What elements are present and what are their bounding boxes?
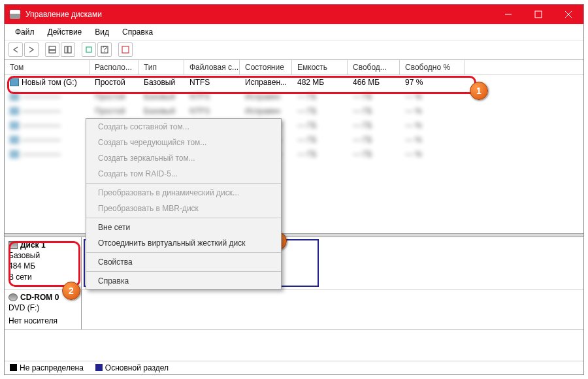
forward-button[interactable] <box>24 42 39 57</box>
ctx-properties[interactable]: Свойства <box>86 254 281 270</box>
toolbar: ? <box>5 41 583 59</box>
menu-file[interactable]: Файл <box>10 25 40 39</box>
cdrom-status: Нет носителя <box>8 316 77 326</box>
swatch-primary <box>95 364 103 371</box>
svg-rect-6 <box>65 46 67 53</box>
volume-type: Базовый <box>139 78 184 87</box>
legend-primary: Основной раздел <box>105 363 169 372</box>
close-button[interactable] <box>553 5 583 24</box>
menu-bar: Файл Действие Вид Справка <box>5 24 583 41</box>
col-layout[interactable]: Располо... <box>90 60 139 74</box>
title-bar: Управление дисками <box>5 5 583 24</box>
volume-capacity: 482 МБ <box>292 78 348 87</box>
col-status[interactable]: Состояние <box>240 60 292 74</box>
col-capacity[interactable]: Емкость <box>292 60 348 74</box>
ctx-offline[interactable]: Вне сети <box>86 220 281 235</box>
ctx-create-striped: Создать чередующийся том... <box>86 135 281 150</box>
svg-rect-1 <box>535 11 542 18</box>
window-title: Управление дисками <box>25 10 493 19</box>
svg-rect-11 <box>122 46 129 53</box>
volume-name: Новый том (G:) <box>22 78 77 87</box>
disk1-status: В сети <box>8 272 77 282</box>
disk1-type: Базовый <box>8 250 77 261</box>
col-freepct[interactable]: Свободно % <box>400 60 465 74</box>
cdrom-label[interactable]: CD-ROM 0 DVD (F:) Нет носителя <box>5 289 82 329</box>
grid-header: Том Располо... Тип Файловая с... Состоян… <box>5 60 583 75</box>
svg-rect-7 <box>68 46 71 53</box>
cdrom-drive: DVD (F:) <box>8 303 77 313</box>
ctx-create-spanned: Создать составной том... <box>86 119 281 135</box>
ctx-convert-dynamic: Преобразовать в динамический диск... <box>86 185 281 201</box>
view-bottom-button[interactable] <box>61 42 75 57</box>
context-menu: Создать составной том... Создать чередую… <box>86 118 282 289</box>
ctx-create-mirrored: Создать зеркальный том... <box>86 150 281 166</box>
col-type[interactable]: Тип <box>139 60 184 74</box>
menu-view[interactable]: Вид <box>90 25 114 39</box>
minimize-button[interactable] <box>493 5 523 24</box>
volume-fs: NTFS <box>184 78 240 87</box>
ctx-create-raid5: Создать том RAID-5... <box>86 166 281 182</box>
cdrom-icon <box>8 293 18 301</box>
back-button[interactable] <box>8 42 23 57</box>
disk-icon <box>8 241 18 249</box>
svg-rect-4 <box>49 46 56 50</box>
volume-layout: Простой <box>90 78 139 87</box>
volume-row[interactable]: Новый том (G:) Простой Базовый NTFS Испр… <box>5 75 583 90</box>
ctx-detach-vhd[interactable]: Отсоединить виртуальный жесткий диск <box>86 235 281 251</box>
properties-button[interactable] <box>118 42 133 57</box>
legend: Не распределена Основной раздел <box>5 361 583 374</box>
svg-rect-8 <box>86 47 91 52</box>
volume-freepct: 97 % <box>400 78 465 87</box>
svg-text:?: ? <box>103 46 107 54</box>
help-button[interactable]: ? <box>97 42 112 57</box>
disk1-label[interactable]: Диск 1 Базовый 484 МБ В сети <box>5 237 82 289</box>
legend-unalloc: Не распределена <box>20 363 84 372</box>
menu-action[interactable]: Действие <box>42 25 88 39</box>
col-volume[interactable]: Том <box>5 60 90 74</box>
swatch-unalloc <box>10 364 17 371</box>
app-icon <box>10 10 20 19</box>
volume-free: 466 МБ <box>348 78 400 87</box>
disk1-size: 484 МБ <box>8 261 77 271</box>
col-fs[interactable]: Файловая с... <box>184 60 240 74</box>
ctx-convert-mbr: Преобразовать в MBR-диск <box>86 201 281 216</box>
disk1-name: Диск 1 <box>20 240 46 250</box>
menu-help[interactable]: Справка <box>117 25 158 39</box>
view-top-button[interactable] <box>45 42 59 57</box>
refresh-button[interactable] <box>82 42 96 57</box>
maximize-button[interactable] <box>523 5 553 24</box>
volume-status: Исправен... <box>240 78 292 87</box>
svg-rect-5 <box>49 50 56 53</box>
volume-icon <box>10 78 19 86</box>
cdrom-name: CD-ROM 0 <box>20 293 59 302</box>
col-free[interactable]: Свобод... <box>348 60 400 74</box>
ctx-help[interactable]: Справка <box>86 273 281 289</box>
